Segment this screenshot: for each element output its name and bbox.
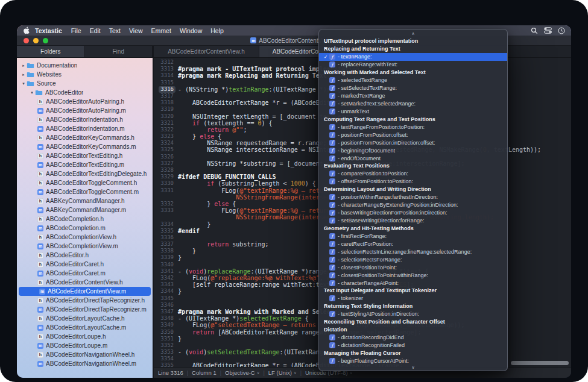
- tree-file-row[interactable]: hABCodeEditor.h: [17, 251, 153, 260]
- search-icon[interactable]: [531, 27, 538, 34]
- tree-file-row[interactable]: hAABKeyCommandManager.h: [17, 196, 153, 205]
- symbol-item[interactable]: ƒ- tokenizer: [319, 295, 507, 302]
- status-dropdown[interactable]: LF (Unix)∨: [268, 369, 297, 376]
- tree-file-row[interactable]: hAABCodeEditorToggleComment.h: [17, 178, 153, 187]
- tree-file-row[interactable]: hABCodeEditorDirectTapRecognizer.h: [17, 296, 153, 305]
- symbol-item[interactable]: ƒ- firstRectForRange:: [319, 232, 507, 240]
- horizontal-scrollbar[interactable]: [511, 361, 569, 365]
- symbol-item[interactable]: ƒ- closestPositionToPoint:withinRange:: [319, 271, 507, 279]
- chevron-right-icon[interactable]: ▸: [21, 63, 27, 68]
- editor-tab[interactable]: ABCodeEditorContentView.h: [154, 46, 259, 57]
- file-type-badge: h: [37, 99, 43, 105]
- symbol-item[interactable]: ƒ- positionFromPosition:inDirection:offs…: [319, 139, 507, 146]
- symbol-item[interactable]: ƒ- textStylingAtPosition:inDirection:: [319, 310, 507, 318]
- tree-file-row[interactable]: hAABCodeEditorAutoPairing.h: [17, 97, 153, 106]
- symbol-item[interactable]: ƒ- caretRectForPosition:: [319, 240, 507, 248]
- tree-file-row[interactable]: hABCodeEditorLayoutCache.h: [17, 314, 153, 323]
- tree-file-row[interactable]: hABCodeCompletionView.h: [17, 233, 153, 242]
- chevron-right-icon[interactable]: ▸: [21, 72, 27, 77]
- tree-file-row[interactable]: mABCodeCompletion.m: [17, 224, 153, 233]
- chevron-down-icon[interactable]: ▾: [29, 90, 35, 95]
- sidebar-tab-find[interactable]: Find: [85, 46, 153, 57]
- line-number: 3351: [154, 336, 178, 342]
- menu-item-emmet[interactable]: Emmet: [147, 27, 175, 34]
- code-text: return substring;: [178, 241, 269, 248]
- menu-item-edit[interactable]: Edit: [86, 27, 105, 34]
- symbol-item[interactable]: ƒ- beginningOfDocument: [319, 146, 507, 154]
- tree-file-row[interactable]: mAABCodeEditorTextEditing.m: [17, 160, 153, 169]
- tree-file-row[interactable]: mABCodeCompletionView.m: [17, 242, 153, 251]
- menu-item-file[interactable]: File: [67, 27, 86, 34]
- tree-file-row[interactable]: mABCodeEditorDirectTapRecognizer.m: [17, 305, 153, 314]
- symbol-item[interactable]: ƒ- positionWithinRange:farthestInDirecti…: [319, 193, 507, 201]
- symbol-item[interactable]: ƒ- selectionRectsInLine:range:lineRange:…: [319, 248, 507, 255]
- tree-file-row[interactable]: mABCodeEditorCaret.m: [17, 269, 153, 278]
- symbol-item[interactable]: ƒ- setMarkedText:selectedRange:: [319, 100, 507, 108]
- tree-file-row[interactable]: hABCodeEditorContentView.h: [17, 278, 153, 287]
- tree-file-row[interactable]: hAABCodeEditorTextEditingDelegate.h: [17, 169, 153, 178]
- menu-item-view[interactable]: View: [125, 27, 147, 34]
- tree-file-row[interactable]: hABCodeEditorCaret.h: [17, 260, 153, 269]
- symbol-item[interactable]: ƒ- unmarkText: [319, 107, 507, 115]
- symbol-item[interactable]: ƒ- replaceRange:withText:: [319, 61, 507, 69]
- symbol-item[interactable]: ƒ- setBaseWritingDirection:forRange:: [319, 217, 507, 225]
- menu-item-help[interactable]: Help: [206, 27, 228, 34]
- status-dropdown[interactable]: Objective-C∨: [225, 369, 259, 376]
- sidebar-tab-folders[interactable]: Folders: [17, 46, 85, 57]
- tree-file-row[interactable]: hAABCodeEditorIndentation.h: [17, 115, 153, 124]
- symbol-item[interactable]: ƒ- positionFromPosition:offset:: [319, 131, 507, 139]
- tree-file-row[interactable]: mAABCodeEditorToggleComment.m: [17, 187, 153, 196]
- symbol-item[interactable]: ƒ- textRangeFromPosition:toPosition:: [319, 123, 507, 131]
- tree-folder-row[interactable]: ▾Source: [17, 79, 153, 88]
- tree-file-row[interactable]: mAABCodeEditorIndentation.m: [17, 124, 153, 133]
- tree-file-row[interactable]: mABCodeEditorLayoutCache.m: [17, 323, 153, 332]
- tree-file-row[interactable]: hAABCodeEditorKeyCommands.h: [17, 133, 153, 142]
- symbol-item[interactable]: ƒ- markedTextRange: [319, 92, 507, 100]
- clock-icon[interactable]: [558, 27, 565, 34]
- tree-file-row[interactable]: hABCodeCompletion.h: [17, 214, 153, 224]
- chevron-down-icon: ∨: [294, 371, 297, 375]
- symbol-item[interactable]: ƒ- baseWritingDirectionForPosition:inDir…: [319, 209, 507, 217]
- symbol-item[interactable]: ƒ- characterRangeAtPoint:: [319, 279, 507, 287]
- symbol-item[interactable]: ƒ- closestPositionToPoint:: [319, 263, 507, 271]
- symbol-item[interactable]: ƒ- beginFloatingCursorAtPoint:: [319, 357, 507, 364]
- code-text: }: [178, 254, 182, 261]
- symbol-item[interactable]: ✓ƒ- textInRange:: [319, 53, 507, 61]
- symbol-item[interactable]: ƒ- dictationRecordingDidEnd: [319, 334, 507, 342]
- menu-item-text[interactable]: Text: [105, 27, 125, 34]
- tree-file-row[interactable]: mAABCodeEditorKeyCommands.m: [17, 142, 153, 151]
- chevron-down-icon[interactable]: ▾: [21, 81, 27, 86]
- symbol-item[interactable]: ƒ- endOfDocument: [319, 154, 507, 162]
- tree-file-row[interactable]: mAABCodeEditorAutoPairing.m: [17, 106, 153, 115]
- tree-folder-row[interactable]: ▸Documentation: [17, 61, 153, 70]
- symbol-item[interactable]: ƒ- selectionRectsForRange:: [319, 255, 507, 263]
- function-icon: ƒ: [329, 210, 335, 216]
- symbol-label: - selectionRectsForRange:: [338, 257, 402, 263]
- line-number: 3354: [154, 355, 178, 362]
- file-name: AABCodeEditorIndentation.m: [46, 125, 125, 132]
- symbol-label: - beginFloatingCursorAtPoint:: [338, 358, 409, 364]
- function-icon: ƒ: [329, 342, 335, 348]
- symbol-item[interactable]: ƒ- comparePosition:toPosition:: [319, 170, 507, 178]
- scroll-down-button[interactable]: ∨: [319, 364, 507, 371]
- scroll-up-button[interactable]: ∧: [319, 30, 507, 37]
- tree-folder-row[interactable]: ▸Websites: [17, 70, 153, 79]
- tree-file-row[interactable]: mABCodeEditorContentView.m: [19, 287, 151, 296]
- tree-file-row[interactable]: mAABKeyCommandManager.m: [17, 205, 153, 214]
- menu-item-window[interactable]: Window: [175, 27, 206, 34]
- symbol-item[interactable]: ƒ- selectedTextRange: [319, 77, 507, 84]
- tree-file-row[interactable]: hAABCodeEditorTextEditing.h: [17, 151, 153, 160]
- symbol-item[interactable]: ƒ- setSelectedTextRange:: [319, 84, 507, 92]
- tree-file-row[interactable]: hABCodeEditorNavigationWheel.h: [17, 350, 153, 359]
- tree-file-row[interactable]: mABCodeEditorLoupe.m: [17, 341, 153, 350]
- symbol-label: - characterRangeByExtendingPosition:inDi…: [338, 202, 458, 208]
- tree-file-row[interactable]: mABCodeEditorNavigationWheel.m: [17, 359, 153, 368]
- symbol-item[interactable]: ƒ- offsetFromPosition:toPosition:: [319, 178, 507, 186]
- symbol-item[interactable]: ƒ- dictationRecognitionFailed: [319, 342, 507, 349]
- symbol-item[interactable]: ƒ- characterRangeByExtendingPosition:inD…: [319, 201, 507, 209]
- active-app-name[interactable]: Textastic: [35, 27, 62, 34]
- tree-folder-row[interactable]: ▾ABCodeEditor: [17, 88, 153, 97]
- control-center-icon[interactable]: [544, 27, 552, 34]
- tree-file-row[interactable]: hABCodeEditorLoupe.h: [17, 332, 153, 341]
- apple-menu[interactable]: [23, 27, 30, 34]
